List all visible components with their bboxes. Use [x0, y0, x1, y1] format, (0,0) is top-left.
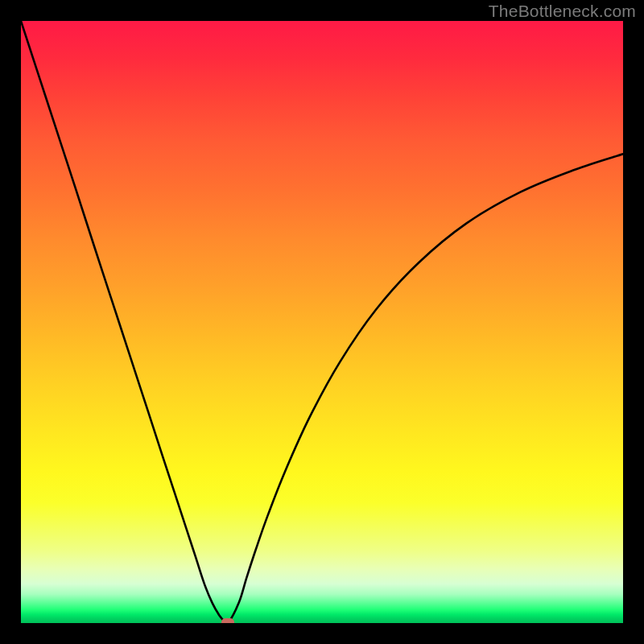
chart-stage: TheBottleneck.com [0, 0, 644, 644]
optimal-point-marker [221, 618, 234, 623]
curve-svg [21, 21, 623, 623]
plot-area [21, 21, 623, 623]
bottleneck-curve [21, 21, 623, 623]
attribution-text: TheBottleneck.com [489, 2, 636, 21]
